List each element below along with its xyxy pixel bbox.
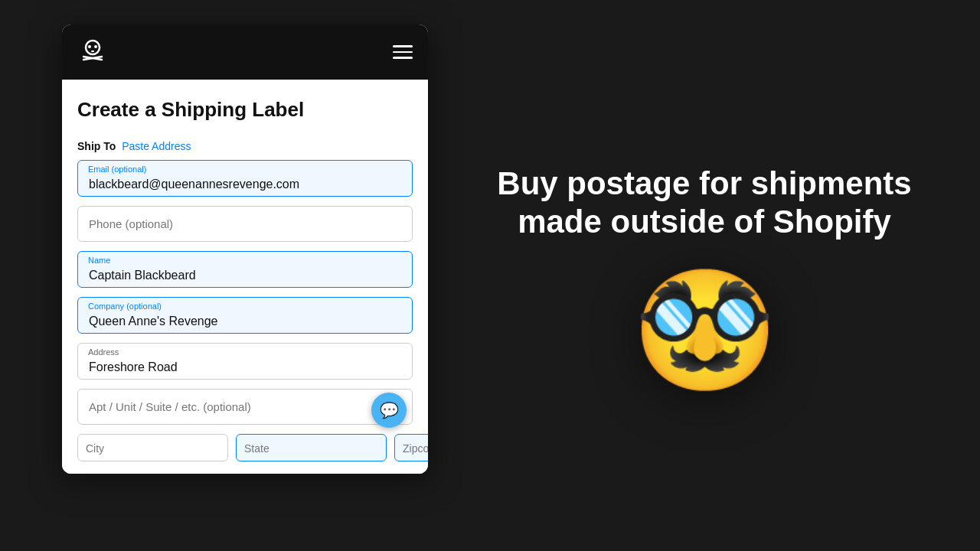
logo-area [77,37,108,67]
svg-point-0 [86,41,100,54]
city-input[interactable] [77,434,228,461]
hamburger-menu[interactable] [393,45,413,59]
form-content: Email (optional) Name [77,160,413,461]
svg-rect-3 [91,51,94,52]
company-input[interactable] [77,297,413,334]
hamburger-line-2 [393,51,413,54]
phone-field-group [77,206,413,242]
page-title: Create a Shipping Label [77,98,413,122]
tagline: Buy postage for shipments made outside o… [482,165,926,242]
email-input-wrapper: Email (optional) [77,160,413,197]
address-input[interactable] [77,343,413,380]
hamburger-line-1 [393,45,413,47]
ship-to-label: Ship To Paste Address [77,140,413,152]
city-state-zip-row [77,434,413,461]
pirate-emoji: 🥸 [633,272,776,386]
hamburger-line-3 [393,57,413,59]
svg-point-2 [94,45,97,48]
left-panel: Create a Shipping Label Ship To Paste Ad… [0,0,429,551]
apt-field-group [77,389,413,425]
name-field-group: Name [77,251,413,288]
phone-input[interactable] [77,206,413,242]
apt-input[interactable] [77,389,413,425]
company-field-group: Company (optional) [77,297,413,334]
address-field-group: Address [77,343,413,380]
content-area: Create a Shipping Label Ship To Paste Ad… [62,80,428,474]
address-input-wrapper: Address [77,343,413,380]
email-input[interactable] [77,160,413,197]
chat-button[interactable]: 💬 [371,393,407,428]
chat-icon: 💬 [380,401,399,419]
email-field-group: Email (optional) [77,160,413,197]
name-input[interactable] [77,251,413,288]
skull-crossbones-icon [77,37,108,67]
mobile-frame: Create a Shipping Label Ship To Paste Ad… [62,24,428,474]
nav-bar [62,24,428,80]
right-panel: Buy postage for shipments made outside o… [429,0,980,551]
company-input-wrapper: Company (optional) [77,297,413,334]
zipcode-input[interactable] [394,434,428,461]
name-input-wrapper: Name [77,251,413,288]
svg-point-1 [88,45,91,48]
paste-address-link[interactable]: Paste Address [122,140,191,152]
state-input[interactable] [236,434,387,461]
